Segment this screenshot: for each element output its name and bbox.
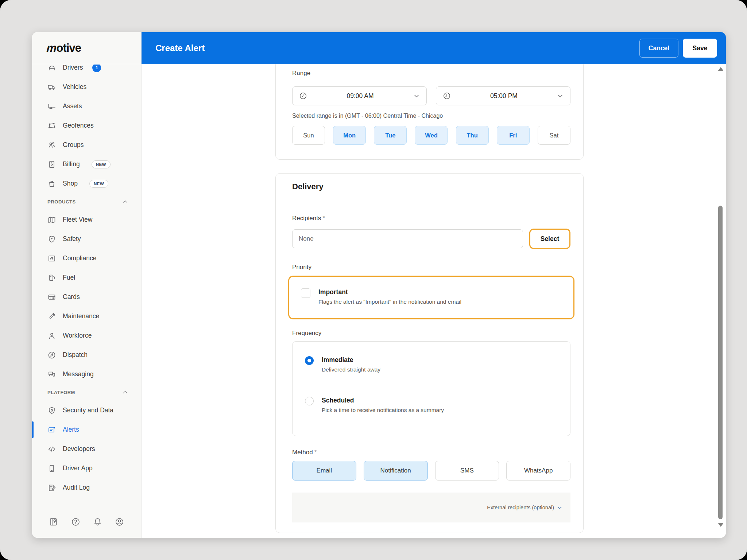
radio-selected-icon[interactable] xyxy=(305,356,314,365)
scroll-up-arrow[interactable] xyxy=(718,67,724,71)
important-checkbox[interactable] xyxy=(301,288,310,298)
chevron-up-icon xyxy=(122,199,128,205)
method-button-notification[interactable]: Notification xyxy=(364,461,428,481)
map-book-icon[interactable] xyxy=(49,517,59,527)
chevron-down-icon xyxy=(557,93,564,99)
sidebar-item-vehicles[interactable]: Vehicles xyxy=(32,77,141,97)
chart-doc-icon xyxy=(47,254,56,263)
sidebar-item-label: Fuel xyxy=(63,274,75,281)
sidebar-item-fuel[interactable]: Fuel xyxy=(32,268,141,287)
shield-lock-icon xyxy=(47,406,56,415)
sidebar-item-geofences[interactable]: Geofences xyxy=(32,116,141,135)
sidebar-item-developers[interactable]: Developers xyxy=(32,439,141,459)
sidebar-item-label: Driver App xyxy=(63,464,93,472)
scrollbar-thumb[interactable] xyxy=(718,206,723,519)
day-button-thu[interactable]: Thu xyxy=(456,126,489,145)
day-button-mon[interactable]: Mon xyxy=(333,126,366,145)
recipients-input[interactable]: None xyxy=(292,229,523,248)
save-button[interactable]: Save xyxy=(683,39,717,58)
section-label: PLATFORM xyxy=(47,390,75,395)
recipients-label: Recipients* xyxy=(292,215,325,222)
scroll-down-arrow[interactable] xyxy=(718,523,724,527)
day-button-fri[interactable]: Fri xyxy=(497,126,530,145)
sidebar-item-billing[interactable]: BillingNEW xyxy=(32,155,141,174)
fuel-pump-icon xyxy=(47,273,56,282)
range-label: Range xyxy=(292,70,310,77)
audit-icon xyxy=(47,483,56,492)
compass-icon xyxy=(47,351,56,359)
end-time-select[interactable]: 05:00 PM xyxy=(436,86,570,105)
sidebar-item-messaging[interactable]: Messaging xyxy=(32,365,141,384)
vertical-scrollbar[interactable] xyxy=(717,64,724,538)
sidebar-item-label: Shop xyxy=(63,180,78,187)
invoice-icon xyxy=(47,160,56,169)
sidebar-item-shop[interactable]: ShopNEW xyxy=(32,174,141,193)
sidebar-item-label: Assets xyxy=(63,102,82,110)
cancel-button[interactable]: Cancel xyxy=(639,39,678,58)
sidebar-item-fleet-view[interactable]: Fleet View xyxy=(32,210,141,229)
frequency-box: Immediate Delivered straight away Schedu… xyxy=(292,341,570,436)
sidebar-section-platform[interactable]: PLATFORM xyxy=(32,384,141,401)
frequency-label: Frequency xyxy=(292,330,321,337)
delivery-title: Delivery xyxy=(292,182,324,191)
new-badge: NEW xyxy=(92,160,111,168)
day-button-tue[interactable]: Tue xyxy=(374,126,407,145)
topbar: Create Alert Cancel Save xyxy=(142,32,726,64)
sidebar-item-dispatch[interactable]: Dispatch xyxy=(32,345,141,365)
start-time-select[interactable]: 09:00 AM xyxy=(292,86,427,105)
method-button-email[interactable]: Email xyxy=(292,461,356,481)
day-button-sat[interactable]: Sat xyxy=(538,126,570,145)
immediate-description: Delivered straight away xyxy=(322,366,380,373)
external-recipients-toggle[interactable]: External recipients (optional) xyxy=(292,493,570,522)
important-description: Flags the alert as "Important" in the no… xyxy=(318,299,461,305)
sidebar-item-label: Fleet View xyxy=(63,216,92,223)
shield-icon xyxy=(47,235,56,244)
profile-icon[interactable] xyxy=(115,517,124,527)
help-icon[interactable] xyxy=(71,517,81,527)
sidebar-item-safety[interactable]: Safety xyxy=(32,229,141,249)
section-label: PRODUCTS xyxy=(47,199,76,205)
bell-icon[interactable] xyxy=(93,517,102,527)
motive-logo[interactable]: motive xyxy=(47,42,81,55)
important-option-box[interactable]: Important Flags the alert as "Important"… xyxy=(288,276,574,319)
sidebar-item-maintenance[interactable]: Maintenance xyxy=(32,307,141,326)
chat-icon xyxy=(47,370,56,379)
sidebar-item-cards[interactable]: Cards xyxy=(32,287,141,307)
sidebar-item-audit-log[interactable]: Audit Log xyxy=(32,478,141,497)
notification-badge: 1 xyxy=(92,65,101,72)
sidebar-item-label: Vehicles xyxy=(63,83,86,91)
sidebar-item-workforce[interactable]: Workforce xyxy=(32,326,141,345)
sidebar-item-compliance[interactable]: Compliance xyxy=(32,249,141,268)
method-label: Method* xyxy=(292,449,317,456)
sidebar-item-label: Dispatch xyxy=(63,351,88,359)
sidebar-item-label: Messaging xyxy=(63,370,94,378)
sidebar-item-driver-app[interactable]: Driver App xyxy=(32,459,141,478)
sidebar-item-assets[interactable]: Assets xyxy=(32,97,141,116)
sidebar-item-label: Audit Log xyxy=(63,484,90,491)
sidebar-item-drivers[interactable]: Drivers1 xyxy=(32,65,141,77)
frequency-option-immediate[interactable]: Immediate Delivered straight away xyxy=(293,342,570,373)
recipients-select-button[interactable]: Select xyxy=(529,229,570,249)
sidebar-item-groups[interactable]: Groups xyxy=(32,135,141,155)
method-button-whatsapp[interactable]: WhatsApp xyxy=(506,461,570,481)
trailer-icon xyxy=(47,102,56,111)
time-range-row: 09:00 AM 05:00 PM xyxy=(292,86,570,105)
sidebar-section-products[interactable]: PRODUCTS xyxy=(32,193,141,210)
sidebar-item-label: Compliance xyxy=(63,254,96,262)
sidebar-item-alerts[interactable]: Alerts xyxy=(32,420,141,439)
day-button-wed[interactable]: Wed xyxy=(415,126,448,145)
wrench-icon xyxy=(47,312,56,321)
frequency-option-scheduled[interactable]: Scheduled Pick a time to receive notific… xyxy=(293,384,570,413)
required-asterisk: * xyxy=(322,215,325,222)
people-icon xyxy=(47,141,56,149)
topbar-actions: Cancel Save xyxy=(639,39,717,58)
map-icon xyxy=(47,215,56,224)
radio-unselected-icon[interactable] xyxy=(305,397,314,405)
method-button-sms[interactable]: SMS xyxy=(435,461,499,481)
sidebar-item-security-and-data[interactable]: Security and Data xyxy=(32,401,141,420)
truck-icon xyxy=(47,83,56,92)
immediate-title: Immediate xyxy=(322,356,380,364)
sidebar-item-label: Cards xyxy=(63,293,80,301)
sidebar-nav-list: Drivers1 Vehicles Assets Geofences Group… xyxy=(32,65,141,497)
day-button-sun[interactable]: Sun xyxy=(292,126,325,145)
